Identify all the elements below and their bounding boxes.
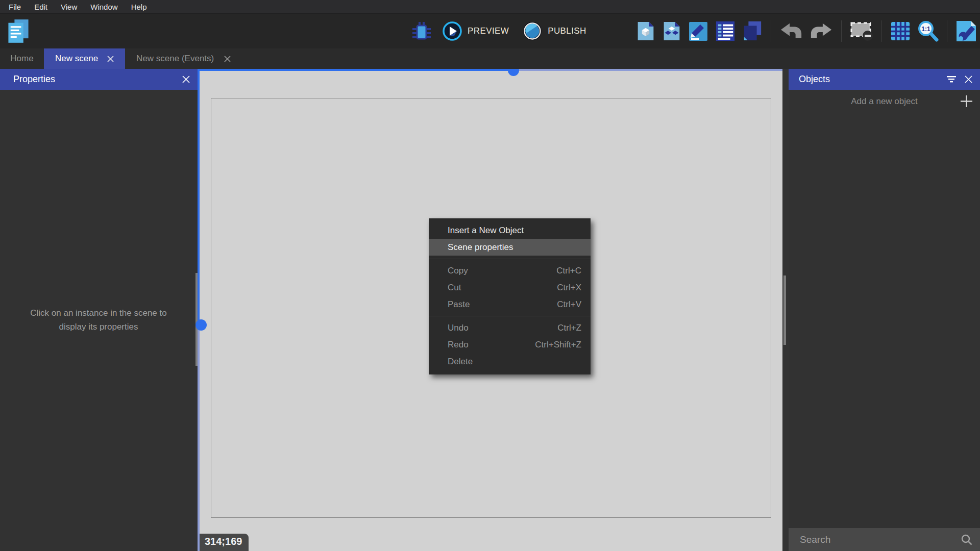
layers-icon[interactable]: [742, 20, 763, 42]
menu-bar: File Edit View Window Help: [0, 0, 980, 14]
cursor-coordinates-badge: 314;169: [200, 534, 249, 551]
search-input[interactable]: [800, 534, 961, 545]
objects-panel-header: Objects: [789, 69, 980, 90]
publish-label: PUBLISH: [548, 26, 586, 36]
play-icon: [442, 21, 462, 41]
close-icon[interactable]: [107, 56, 114, 62]
tab-new-scene-events[interactable]: New scene (Events): [125, 48, 242, 69]
tab-new-scene[interactable]: New scene: [44, 48, 125, 69]
redo-icon[interactable]: [810, 22, 833, 40]
publish-globe-icon: [522, 21, 543, 41]
objects-panel: Objects Add a new object: [789, 69, 980, 551]
panel-resize-handle-top[interactable]: [508, 69, 519, 76]
menu-view[interactable]: View: [54, 3, 84, 11]
context-menu-separator: [429, 259, 591, 259]
objects-panel-title: Objects: [799, 74, 938, 85]
tab-home[interactable]: Home: [0, 48, 44, 69]
context-menu-item-undo: Undo Ctrl+Z: [429, 319, 591, 336]
debug-icon[interactable]: [411, 20, 432, 42]
panel-resize-line-horizontal: [200, 69, 513, 71]
menu-help[interactable]: Help: [125, 3, 154, 11]
context-menu: Insert a New Object Scene properties Cop…: [429, 218, 591, 374]
context-menu-item-insert-new-object[interactable]: Insert a New Object: [429, 222, 591, 239]
context-menu-item-paste: Paste Ctrl+V: [429, 296, 591, 313]
panel-resize-handle-left[interactable]: [195, 319, 207, 331]
toolbar: PREVIEW PUBLISH: [0, 14, 980, 48]
events-sheet-icon[interactable]: [715, 20, 736, 42]
preview-label: PREVIEW: [468, 26, 509, 36]
toolbar-separator: [947, 20, 947, 42]
properties-panel-title: Properties: [13, 74, 174, 85]
context-menu-item-delete: Delete: [429, 353, 591, 370]
menu-edit[interactable]: Edit: [28, 3, 54, 11]
search-icon: [961, 534, 973, 546]
panel-resize-line-vertical-faded: [198, 325, 200, 551]
tab-new-scene-events-label: New scene (Events): [136, 54, 214, 64]
project-wrench-icon[interactable]: [955, 20, 977, 42]
preview-button[interactable]: PREVIEW: [442, 21, 509, 41]
shortcut-label: Ctrl+Shift+Z: [535, 340, 581, 350]
panel-resize-line-vertical: [198, 69, 200, 325]
toolbar-separator: [841, 20, 842, 42]
filter-icon[interactable]: [946, 76, 957, 83]
properties-empty-message: Click on an instance in the scene to dis…: [12, 306, 185, 334]
tab-home-label: Home: [10, 54, 33, 64]
context-menu-item-cut: Cut Ctrl+X: [429, 279, 591, 296]
edit-objects-icon[interactable]: [662, 20, 681, 42]
close-icon[interactable]: [182, 76, 190, 83]
menu-file[interactable]: File: [2, 3, 28, 11]
edit-scene-icon[interactable]: [636, 20, 655, 42]
edit-scene-properties-icon[interactable]: [688, 20, 708, 42]
undo-icon[interactable]: [779, 22, 803, 40]
context-menu-separator: [429, 316, 591, 316]
tab-new-scene-label: New scene: [55, 54, 98, 64]
close-icon[interactable]: [965, 76, 972, 83]
toolbar-separator: [771, 20, 771, 42]
shortcut-label: Ctrl+C: [556, 266, 581, 276]
context-menu-item-copy: Copy Ctrl+C: [429, 262, 591, 279]
grid-icon[interactable]: [890, 21, 911, 41]
plus-icon[interactable]: [960, 94, 973, 111]
gdevelop-app-icon: [6, 18, 31, 44]
canvas-scrollbar-thumb[interactable]: [783, 276, 786, 345]
add-new-object-label: Add a new object: [851, 96, 917, 107]
context-menu-item-redo: Redo Ctrl+Shift+Z: [429, 336, 591, 353]
zoom-1-1-icon[interactable]: 1:1: [917, 20, 939, 42]
shortcut-label: Ctrl+V: [557, 299, 581, 310]
panel-resize-line-horizontal-faded: [513, 69, 782, 71]
shortcut-label: Ctrl+X: [557, 283, 581, 293]
objects-search-bar: [789, 528, 980, 551]
shortcut-label: Ctrl+Z: [557, 323, 581, 333]
publish-button[interactable]: PUBLISH: [522, 21, 586, 41]
add-new-object-button[interactable]: Add a new object: [789, 90, 980, 113]
close-icon[interactable]: [224, 56, 231, 62]
menu-window[interactable]: Window: [84, 3, 124, 11]
properties-panel-header: Properties: [0, 69, 198, 90]
toolbar-separator: [881, 20, 882, 42]
properties-panel: Properties Click on an instance in the s…: [0, 69, 198, 551]
tab-bar: Home New scene New scene (Events): [0, 48, 980, 69]
svg-text:1:1: 1:1: [921, 26, 930, 33]
context-menu-item-scene-properties[interactable]: Scene properties: [429, 239, 591, 256]
mask-icon[interactable]: [850, 21, 873, 41]
